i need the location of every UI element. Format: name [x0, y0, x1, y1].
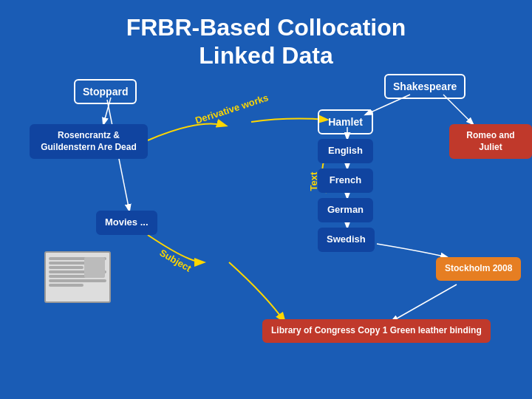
german-label: German	[327, 204, 364, 215]
french-node: French	[318, 168, 373, 193]
wiki-content	[46, 253, 109, 291]
romeo-node: Romeo and Juliet	[449, 124, 532, 159]
wiki-line	[49, 266, 83, 269]
subject-label: Subject	[157, 247, 193, 273]
french-label: French	[330, 174, 361, 185]
library-node: Library of Congress Copy 1 Green leather…	[262, 319, 491, 343]
page-title: FRBR-Based Collocation Linked Data	[0, 0, 532, 78]
wikipedia-thumbnail	[44, 251, 111, 303]
swedish-label: Swedish	[327, 233, 366, 245]
movies-node: Movies ...	[96, 211, 157, 235]
wiki-line	[49, 284, 83, 287]
romeo-label: Romeo and Juliet	[466, 130, 514, 152]
derivative-works-label: Derivative works	[194, 92, 270, 126]
hamlet-node: Hamlet	[318, 109, 373, 134]
text-label-text: Text	[308, 172, 319, 191]
stoppard-node: Stoppard	[74, 79, 137, 104]
svg-line-10	[392, 284, 457, 321]
movies-label: Movies ...	[105, 216, 149, 228]
swedish-node: Swedish	[318, 228, 375, 252]
stockholm-node: Stockholm 2008	[436, 257, 521, 281]
text-label: Text	[308, 172, 319, 191]
shakespeare-node: Shakespeare	[384, 74, 466, 99]
wiki-line	[49, 279, 106, 282]
derivative-works-text: Derivative works	[194, 92, 270, 126]
subject-label-text: Subject	[157, 247, 193, 273]
rosencrantz-node: Rosencrantz & Guildenstern Are Dead	[30, 124, 148, 159]
hamlet-label: Hamlet	[328, 116, 363, 128]
library-label: Library of Congress Copy 1 Green leather…	[271, 325, 482, 335]
stockholm-label: Stockholm 2008	[445, 263, 512, 273]
german-node: German	[318, 198, 373, 222]
rosencrantz-label: Rosencrantz & Guildenstern Are Dead	[41, 130, 137, 152]
stoppard-label: Stoppard	[83, 86, 128, 98]
title-line1: FRBR-Based Collocation	[126, 14, 406, 41]
wiki-image	[84, 257, 105, 278]
title-line2: Linked Data	[199, 42, 332, 69]
english-node: English	[318, 139, 373, 163]
shakespeare-label: Shakespeare	[393, 81, 457, 92]
english-label: English	[328, 145, 363, 156]
